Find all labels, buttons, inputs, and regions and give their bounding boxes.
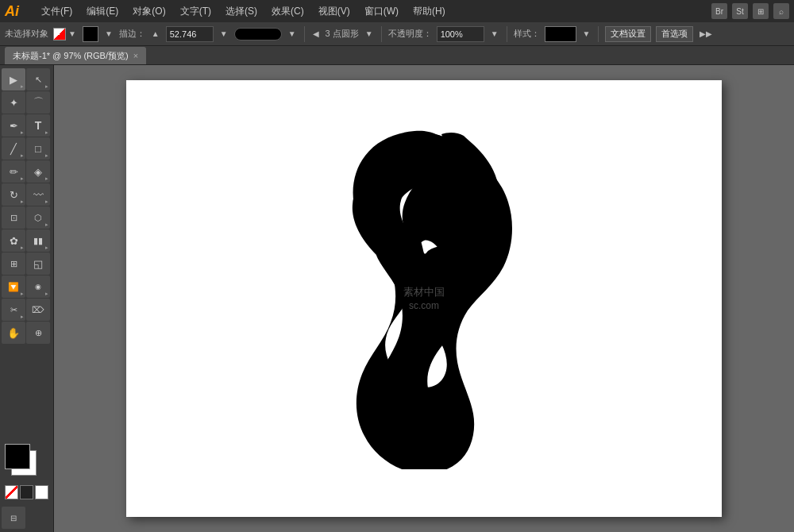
main-area: ▶ ▸ ↖ ▸ ✦ ⌒ ✒ ▸ T ▸ — [0, 65, 794, 532]
selection-tool[interactable]: ▶ ▸ — [2, 68, 25, 91]
pen-tool[interactable]: ✒ ▸ — [2, 114, 25, 137]
apps-icon[interactable]: ⊞ — [753, 3, 769, 19]
menu-view[interactable]: 视图(V) — [312, 3, 357, 20]
sub-arrow: ▸ — [45, 245, 48, 251]
color-area — [2, 441, 52, 503]
tool-row-9: ⊞ ◱ — [2, 253, 52, 275]
tool-row-12: ✋ ⊕ — [2, 322, 52, 344]
eraser-tool[interactable]: ◈ ▸ — [26, 160, 50, 183]
bridge-icon[interactable]: Br — [711, 3, 727, 19]
magic-wand-icon: ✦ — [10, 97, 18, 109]
graph-tool[interactable]: ▮▮ ▸ — [26, 229, 50, 252]
fill-color-box[interactable] — [53, 28, 66, 40]
tool-row-7: ⊡ ⬡ ▸ — [2, 206, 52, 229]
stroke-shape-dropdown[interactable]: ▼ — [287, 29, 298, 38]
menu-window[interactable]: 窗口(W) — [358, 3, 405, 20]
sub-arrow: ▸ — [45, 175, 48, 182]
tab-close-button[interactable]: × — [133, 51, 138, 60]
separator-1 — [304, 26, 305, 42]
eraser2-tool[interactable]: ⌦ — [26, 299, 50, 321]
artboard: 素材中国 sc.com — [126, 80, 722, 517]
type-icon: T — [35, 119, 42, 132]
tool-row-bottom: ⊟ — [2, 507, 52, 529]
eyedropper-icon: 🔽 — [8, 282, 19, 292]
canvas-area[interactable]: 素材中国 sc.com — [54, 65, 794, 532]
tool-row-2: ✦ ⌒ — [2, 91, 52, 114]
gradient-tool[interactable]: ◱ — [26, 253, 50, 275]
menu-help[interactable]: 帮助(H) — [407, 3, 452, 20]
style-dropdown[interactable]: ▼ — [581, 29, 592, 38]
tool-row-3: ✒ ▸ T ▸ — [2, 114, 52, 137]
tool-row-10: 🔽 ▸ ◉ ▸ — [2, 276, 52, 298]
rotate-tool[interactable]: ↻ ▸ — [2, 183, 25, 206]
none-swatch[interactable] — [5, 485, 18, 499]
stroke-down-arrow[interactable]: ▼ — [218, 29, 229, 38]
free-transform-tool[interactable]: ⊡ — [2, 206, 25, 229]
menu-object[interactable]: 对象(O) — [126, 3, 172, 20]
stroke-color-box[interactable] — [83, 26, 98, 42]
stock-icon[interactable]: St — [732, 3, 748, 19]
fill-color-control[interactable]: ▼ — [53, 28, 78, 40]
stroke-up-arrow[interactable]: ▲ — [150, 29, 161, 38]
sub-arrow: ▸ — [45, 291, 48, 297]
menu-file[interactable]: 文件(F) — [35, 3, 79, 20]
control-bar: 未选择对象 ▼ ▼ 描边： ▲ ▼ ▼ ◀ 3 点圆形 ▼ 不透明度： ▼ 样式… — [0, 22, 794, 46]
black-swatch[interactable] — [20, 485, 33, 499]
style-label: 样式： — [514, 28, 540, 40]
hand-tool[interactable]: ✋ — [2, 322, 25, 344]
preferences-button[interactable]: 首选项 — [656, 26, 693, 42]
sub-arrow: ▸ — [45, 199, 48, 205]
pencil-tool[interactable]: ✏ ▸ — [2, 160, 25, 183]
lasso-tool[interactable]: ⌒ — [26, 91, 50, 114]
artboard-tool[interactable]: ⊟ — [2, 507, 25, 529]
warp-tool[interactable]: 〰 ▸ — [26, 183, 50, 206]
lasso-icon: ⌒ — [33, 95, 44, 110]
foreground-color-swatch[interactable] — [5, 444, 30, 469]
tab-document[interactable]: 未标题-1* @ 97% (RGB/预览) × — [5, 47, 146, 64]
magic-wand-tool[interactable]: ✦ — [2, 91, 25, 114]
mesh-tool[interactable]: ⊞ — [2, 253, 25, 275]
zoom-icon: ⊕ — [35, 328, 42, 338]
sub-arrow: ▸ — [21, 83, 24, 90]
menu-edit[interactable]: 编辑(E) — [80, 3, 125, 20]
no-selection-label: 未选择对象 — [5, 28, 48, 40]
search-icon[interactable]: ⌕ — [773, 3, 789, 19]
symbol-icon: ✿ — [10, 235, 18, 247]
menu-type[interactable]: 文字(T) — [174, 3, 218, 20]
flame-artwork — [313, 128, 535, 469]
blend-tool[interactable]: ◉ ▸ — [26, 276, 50, 298]
gradient-icon: ◱ — [33, 258, 43, 270]
stroke-dropdown-arrow[interactable]: ▼ — [103, 29, 114, 38]
opacity-input[interactable] — [437, 26, 484, 42]
app-logo: Ai — [5, 3, 29, 20]
menu-bar: 文件(F) 编辑(E) 对象(O) 文字(T) 选择(S) 效果(C) 视图(V… — [35, 3, 705, 20]
doc-settings-button[interactable]: 文档设置 — [605, 26, 651, 42]
pen-icon: ✒ — [10, 120, 18, 132]
warp-icon: 〰 — [33, 189, 44, 201]
style-box[interactable] — [545, 26, 576, 42]
rectangle-tool[interactable]: □ ▸ — [26, 137, 50, 160]
brush-dropdown-arrow2[interactable]: ▼ — [364, 29, 375, 38]
perspective-grid-tool[interactable]: ⬡ ▸ — [26, 206, 50, 229]
menu-effect[interactable]: 效果(C) — [265, 3, 310, 20]
white-swatch[interactable] — [35, 485, 48, 499]
direct-selection-tool[interactable]: ↖ ▸ — [26, 68, 50, 91]
fill-dropdown-arrow[interactable]: ▼ — [67, 29, 78, 38]
sub-arrow: ▸ — [45, 152, 48, 159]
eyedropper-tool[interactable]: 🔽 ▸ — [2, 276, 25, 298]
zoom-tool[interactable]: ⊕ — [26, 322, 50, 344]
hand-icon: ✋ — [7, 327, 20, 339]
opacity-dropdown[interactable]: ▼ — [489, 29, 500, 38]
scissors-tool[interactable]: ✂ ▸ — [2, 299, 25, 321]
symbol-sprayer-tool[interactable]: ✿ ▸ — [2, 229, 25, 252]
more-arrow[interactable]: ▶▶ — [698, 29, 714, 38]
graph-icon: ▮▮ — [33, 236, 43, 246]
type-tool[interactable]: T ▸ — [26, 114, 50, 137]
tool-row-11: ✂ ▸ ⌦ — [2, 299, 52, 321]
brush-dropdown-arrow[interactable]: ◀ — [311, 29, 321, 38]
stroke-value-input[interactable] — [166, 26, 214, 42]
perspective-icon: ⬡ — [34, 213, 42, 223]
sub-arrow: ▸ — [21, 152, 24, 159]
line-tool[interactable]: ╱ ▸ — [2, 137, 25, 160]
menu-select[interactable]: 选择(S) — [219, 3, 264, 20]
